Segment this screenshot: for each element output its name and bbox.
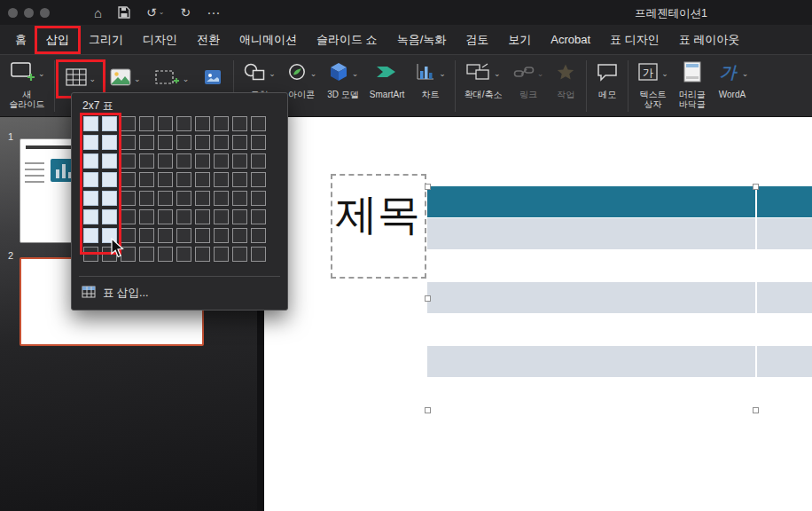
grid-cell-7x4[interactable] — [139, 228, 154, 243]
more-icon[interactable]: ⋯ — [207, 6, 220, 20]
ribbon-photo-album-button[interactable] — [196, 62, 230, 96]
ribbon-smartart-button[interactable]: SmartArt — [364, 59, 410, 100]
grid-cell-3x5[interactable] — [158, 153, 173, 169]
grid-cell-8x5[interactable] — [158, 247, 173, 262]
grid-cell-5x9[interactable] — [232, 191, 247, 206]
grid-cell-5x5[interactable] — [158, 191, 173, 206]
grid-cell-1x8[interactable] — [214, 116, 229, 131]
selection-handle[interactable] — [425, 407, 431, 413]
tab-그리기[interactable]: 그리기 — [79, 28, 133, 52]
grid-cell-3x9[interactable] — [232, 153, 247, 169]
grid-cell-5x8[interactable] — [214, 191, 229, 206]
grid-cell-6x6[interactable] — [176, 209, 191, 224]
ribbon-wordart-button[interactable]: 가⌄WordA — [711, 59, 754, 100]
tab-표 디자인[interactable]: 표 디자인 — [600, 28, 669, 52]
grid-cell-4x5[interactable] — [158, 172, 173, 187]
grid-cell-5x1[interactable] — [83, 191, 98, 206]
grid-cell-3x1[interactable] — [83, 153, 98, 169]
grid-cell-6x7[interactable] — [195, 209, 210, 224]
undo-icon[interactable]: ↺⌄ — [146, 6, 164, 19]
tab-삽입[interactable]: 삽입 — [36, 28, 79, 52]
grid-cell-6x4[interactable] — [139, 209, 154, 224]
grid-cell-7x9[interactable] — [232, 228, 247, 243]
home-icon[interactable]: ⌂ — [94, 6, 102, 20]
zoom-button[interactable] — [40, 8, 50, 18]
grid-cell-6x3[interactable] — [121, 209, 136, 224]
grid-cell-4x10[interactable] — [251, 172, 266, 187]
ribbon-insert-table-button[interactable]: ⌄ — [59, 62, 104, 96]
grid-cell-5x7[interactable] — [195, 191, 210, 206]
grid-cell-6x2[interactable] — [102, 209, 117, 224]
grid-cell-6x1[interactable] — [83, 209, 98, 224]
tab-표 레이아웃[interactable]: 표 레이아웃 — [669, 28, 750, 52]
grid-cell-7x1[interactable] — [83, 228, 98, 243]
ribbon-screenshot-button[interactable]: ⌄ — [148, 62, 197, 96]
tab-슬라이드 쇼[interactable]: 슬라이드 쇼 — [307, 28, 387, 52]
grid-cell-2x3[interactable] — [121, 135, 136, 150]
grid-cell-1x7[interactable] — [195, 116, 210, 131]
grid-cell-4x8[interactable] — [214, 172, 229, 187]
grid-cell-3x6[interactable] — [176, 153, 191, 169]
grid-cell-3x4[interactable] — [139, 153, 154, 169]
slide-table[interactable] — [427, 186, 812, 410]
grid-cell-2x9[interactable] — [232, 135, 247, 150]
grid-cell-6x10[interactable] — [251, 209, 266, 224]
grid-cell-8x9[interactable] — [232, 247, 247, 262]
grid-cell-8x7[interactable] — [195, 247, 210, 262]
grid-cell-1x4[interactable] — [139, 116, 154, 131]
ribbon-3d-models-button[interactable]: ⌄3D 모델 — [322, 59, 364, 100]
selection-handle[interactable] — [753, 184, 759, 190]
grid-cell-1x2[interactable] — [102, 116, 117, 131]
ribbon-insert-picture-button[interactable]: ⌄ — [103, 62, 148, 96]
ribbon-new-slide-button[interactable]: ⌄새 슬라이드 — [4, 59, 51, 110]
grid-cell-6x8[interactable] — [214, 209, 229, 224]
grid-cell-2x5[interactable] — [158, 135, 173, 150]
tab-Acrobat[interactable]: Acrobat — [541, 28, 600, 51]
grid-cell-7x8[interactable] — [214, 228, 229, 243]
selection-handle[interactable] — [425, 295, 431, 302]
grid-cell-7x10[interactable] — [251, 228, 266, 243]
tab-디자인[interactable]: 디자인 — [133, 28, 187, 52]
ribbon-header-footer-button[interactable]: 머리글 바닥글 — [674, 59, 711, 110]
grid-cell-2x1[interactable] — [83, 135, 98, 150]
ribbon-zoom-button[interactable]: ⌄확대/축소 — [459, 59, 508, 100]
tab-홈[interactable]: 홈 — [5, 28, 36, 52]
grid-cell-1x9[interactable] — [232, 116, 247, 131]
grid-cell-7x5[interactable] — [158, 228, 173, 243]
grid-cell-1x3[interactable] — [121, 116, 136, 131]
grid-cell-3x2[interactable] — [102, 153, 117, 169]
tab-보기[interactable]: 보기 — [498, 28, 541, 52]
tab-녹음/녹화[interactable]: 녹음/녹화 — [387, 28, 457, 52]
grid-cell-6x5[interactable] — [158, 209, 173, 224]
grid-cell-4x3[interactable] — [121, 172, 136, 187]
grid-cell-2x6[interactable] — [176, 135, 191, 150]
grid-cell-8x10[interactable] — [251, 247, 266, 262]
grid-cell-4x1[interactable] — [83, 172, 98, 187]
grid-cell-7x6[interactable] — [176, 228, 191, 243]
ribbon-link-button[interactable]: ⌄링크 — [508, 59, 550, 100]
grid-cell-5x3[interactable] — [121, 191, 136, 206]
close-button[interactable] — [8, 8, 18, 18]
grid-cell-4x2[interactable] — [102, 172, 117, 187]
ribbon-text-box-button[interactable]: 가⌄텍스트 상자 — [632, 59, 674, 110]
grid-cell-8x1[interactable] — [83, 247, 98, 262]
grid-cell-2x8[interactable] — [214, 135, 229, 150]
grid-cell-5x10[interactable] — [251, 191, 266, 206]
grid-cell-8x6[interactable] — [176, 247, 191, 262]
tab-검토[interactable]: 검토 — [456, 28, 498, 52]
tab-애니메이션[interactable]: 애니메이션 — [230, 28, 307, 52]
grid-cell-3x3[interactable] — [121, 153, 136, 169]
grid-cell-8x4[interactable] — [139, 247, 154, 262]
slide-title-text[interactable]: 제목 — [335, 190, 420, 240]
grid-cell-1x10[interactable] — [251, 116, 266, 131]
grid-cell-8x8[interactable] — [214, 247, 229, 262]
grid-cell-6x9[interactable] — [232, 209, 247, 224]
save-icon[interactable] — [118, 6, 130, 19]
tab-전환[interactable]: 전환 — [187, 28, 230, 52]
grid-cell-1x5[interactable] — [158, 116, 173, 131]
grid-cell-4x6[interactable] — [176, 172, 191, 187]
ribbon-comment-button[interactable]: 메모 — [590, 59, 624, 100]
grid-cell-5x2[interactable] — [102, 191, 117, 206]
grid-cell-1x1[interactable] — [83, 116, 98, 131]
selection-handle[interactable] — [425, 184, 431, 190]
